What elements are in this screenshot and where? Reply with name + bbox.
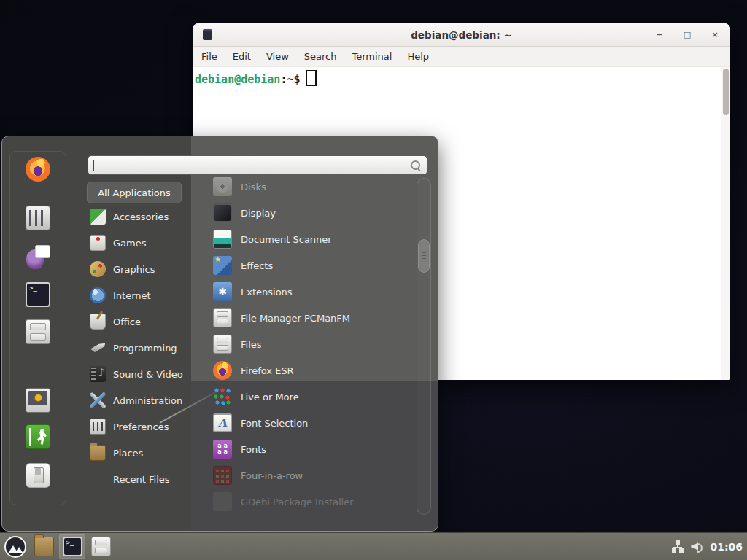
programming-icon <box>90 340 106 356</box>
terminal-menu-file[interactable]: File <box>201 51 217 62</box>
app-file-manager[interactable]: File Manager PCManFM <box>213 305 414 331</box>
category-office[interactable]: Office <box>87 308 193 335</box>
category-label: Recent Files <box>113 474 170 485</box>
app-disks[interactable]: Disks <box>213 174 414 200</box>
taskbar-menu-button[interactable] <box>2 534 28 559</box>
terminal-menu-help[interactable]: Help <box>407 51 429 62</box>
app-firefox-esr[interactable]: Firefox ESR <box>213 357 414 384</box>
five-or-more-icon <box>213 387 232 406</box>
taskbar-files-launcher[interactable] <box>88 534 114 559</box>
category-label: Office <box>113 316 141 327</box>
display-icon <box>213 203 232 222</box>
firefox-icon <box>213 361 232 380</box>
accessories-icon <box>90 209 106 225</box>
terminal-menu-view[interactable]: View <box>266 51 289 62</box>
firefox-icon <box>26 157 50 182</box>
control-center-icon <box>26 206 50 230</box>
app-label: Document Scanner <box>241 234 332 245</box>
category-accessories[interactable]: Accessories <box>87 203 193 230</box>
games-icon <box>90 235 106 251</box>
terminal-cursor <box>306 70 317 86</box>
menu-scrollbar-thumb[interactable] <box>418 239 430 273</box>
app-gdebi[interactable]: GDebi Package Installer <box>213 489 414 515</box>
menu-scrollbar-track[interactable] <box>417 178 431 515</box>
favorite-pidgin[interactable] <box>10 244 66 269</box>
app-list: DisksDisplayDocument ScannerEffectsExten… <box>213 174 414 515</box>
app-display[interactable]: Display <box>213 200 414 226</box>
filter-all-applications[interactable]: All Applications <box>87 182 182 203</box>
application-menu: All Applications AccessoriesGamesGraphic… <box>1 136 438 532</box>
favorite-lock-screen[interactable] <box>10 388 66 413</box>
app-files[interactable]: Files <box>213 331 414 357</box>
disks-icon <box>213 177 232 196</box>
app-label: Four-in-a-row <box>241 470 303 481</box>
terminal-menubar: FileEditViewSearchTerminalHelp <box>193 47 730 67</box>
favorite-firefox[interactable] <box>10 157 66 182</box>
favorite-shut-down[interactable] <box>10 463 66 488</box>
category-preferences[interactable]: Preferences <box>87 413 193 440</box>
network-icon[interactable] <box>671 540 684 553</box>
category-games[interactable]: Games <box>87 230 193 256</box>
app-five-or-more[interactable]: Five or More <box>213 384 414 410</box>
maximize-button[interactable]: □ <box>682 30 692 40</box>
category-label: Sound & Video <box>113 369 183 380</box>
taskbar-terminal-launcher[interactable] <box>59 534 85 559</box>
app-four-in-a-row[interactable]: Four-in-a-row <box>213 462 414 489</box>
terminal-menu-search[interactable]: Search <box>304 51 337 62</box>
app-label: Font Selection <box>241 418 308 429</box>
category-internet[interactable]: Internet <box>87 282 193 308</box>
category-label: Graphics <box>113 264 155 275</box>
category-programming[interactable]: Programming <box>87 335 193 361</box>
favorite-files[interactable] <box>10 319 66 344</box>
prompt-suffix: :~$ <box>280 73 300 86</box>
graphics-icon <box>90 261 106 277</box>
font-selection-icon <box>213 413 232 432</box>
category-graphics[interactable]: Graphics <box>87 256 193 282</box>
folder-icon <box>90 445 106 461</box>
app-effects[interactable]: Effects <box>213 252 414 279</box>
terminal-window-icon <box>203 29 212 40</box>
app-label: Disks <box>241 182 266 192</box>
taskbar-file-manager-launcher[interactable] <box>31 534 57 559</box>
fonts-icon <box>213 440 232 459</box>
extensions-icon <box>213 282 232 301</box>
terminal-titlebar[interactable]: debian@debian: ~ − □ × <box>193 23 730 47</box>
window-buttons: − □ × <box>654 23 720 46</box>
volume-icon[interactable] <box>691 541 703 552</box>
app-extensions[interactable]: Extensions <box>213 279 414 305</box>
terminal-scrollbar-thumb[interactable] <box>723 69 729 115</box>
internet-icon <box>90 287 106 303</box>
taskbar: 01:06 <box>0 532 747 560</box>
taskbar-clock: 01:06 <box>710 541 743 553</box>
category-places[interactable]: Places <box>87 440 193 466</box>
category-recent-files[interactable]: Recent Files <box>87 466 193 492</box>
app-label: Display <box>241 208 276 219</box>
app-document-scanner[interactable]: Document Scanner <box>213 226 414 252</box>
close-button[interactable]: × <box>710 30 720 40</box>
file-cabinet-icon <box>213 308 232 327</box>
app-label: Files <box>241 339 262 350</box>
prompt-user-host: debian@debian <box>195 73 280 86</box>
desktop: debian@debian: ~ − □ × FileEditViewSearc… <box>0 0 747 560</box>
search-input[interactable] <box>94 160 411 171</box>
app-label: Firefox ESR <box>241 365 294 376</box>
file-cabinet-icon <box>91 537 111 556</box>
terminal-menu-terminal[interactable]: Terminal <box>352 51 392 62</box>
lock-screen-icon <box>26 388 50 413</box>
terminal-menu-edit[interactable]: Edit <box>233 51 251 62</box>
app-font-selection[interactable]: Font Selection <box>213 410 414 436</box>
taskbar-launchers <box>0 534 114 559</box>
preferences-icon <box>90 419 106 435</box>
category-administration[interactable]: Administration <box>87 387 193 413</box>
folder-icon <box>34 537 54 556</box>
log-out-icon <box>26 424 50 449</box>
terminal-scrollbar[interactable] <box>721 67 730 380</box>
category-sound-video[interactable]: Sound & Video <box>87 361 193 387</box>
minimize-button[interactable]: − <box>654 30 665 40</box>
filter-label: All Applications <box>98 187 171 198</box>
favorite-terminal[interactable] <box>10 282 66 307</box>
app-fonts[interactable]: Fonts <box>213 436 414 462</box>
favorite-control-center[interactable] <box>10 206 66 230</box>
category-label: Games <box>113 238 146 249</box>
favorite-log-out[interactable] <box>10 424 66 449</box>
